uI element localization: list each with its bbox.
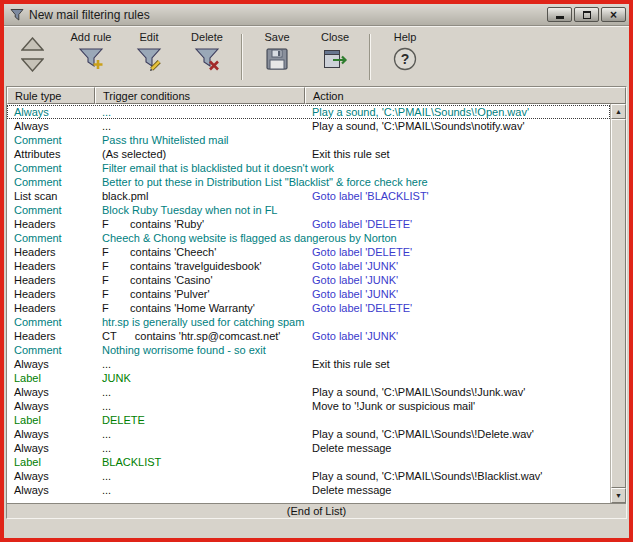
restore-button[interactable] [574,7,599,22]
rule-row[interactable]: HeadersCT contains 'htr.sp@comcast.net'G… [7,329,610,343]
rule-row[interactable]: LabelDELETE [7,413,610,427]
rule-row[interactable]: Always...Exit this rule set [7,357,610,371]
rule-type-cell: Comment [7,175,95,189]
action-cell [305,343,610,357]
exit-window-icon [322,46,348,72]
rule-row[interactable]: LabelJUNK [7,371,610,385]
trigger-conditions-cell: F contains 'travelguidesbook' [95,259,305,273]
close-icon: × [610,10,617,20]
rule-row[interactable]: Always...Play a sound, 'C:\PMAIL\Sounds\… [7,469,610,483]
rule-row[interactable]: Always...Play a sound, 'C:\PMAIL\Sounds\… [7,427,610,441]
trigger-conditions-cell: BLACKLIST [95,455,305,469]
trigger-conditions-cell: Nothing worrisome found - so exit [95,343,305,357]
add-rule-button[interactable]: Add rule [62,30,120,72]
action-cell: Play a sound, 'C:\PMAIL\Sounds\!Blacklis… [305,469,610,483]
rule-row[interactable]: HeadersF contains 'Pulver'Goto label 'JU… [7,287,610,301]
trigger-conditions-cell: F contains 'Cheech' [95,245,305,259]
rule-row[interactable]: HeadersF contains 'Casino'Goto label 'JU… [7,273,610,287]
move-rule-up-button[interactable] [21,37,44,51]
scroll-up-button[interactable]: ▲ [611,104,626,119]
rule-type-cell: Always [7,441,95,455]
action-cell [305,455,610,469]
action-cell [305,231,610,245]
mail-filtering-rules-window: New mail filtering rules × Add rule Edit [0,0,633,542]
floppy-disk-icon [264,46,290,72]
trigger-conditions-cell: ... [95,119,305,133]
rule-type-cell: Always [7,469,95,483]
rule-row[interactable]: HeadersF contains 'travelguidesbook'Goto… [7,259,610,273]
delete-rule-button[interactable]: Delete [178,30,236,72]
rule-type-cell: Always [7,483,95,497]
rule-type-cell: Always [7,357,95,371]
scrollbar-thumb[interactable] [611,119,626,488]
rule-row[interactable]: List scanblack.pmlGoto label 'BLACKLIST' [7,189,610,203]
svg-text:?: ? [401,51,410,67]
action-cell [305,203,610,217]
rule-row[interactable]: Always...Play a sound, 'C:\PMAIL\Sounds\… [7,105,610,119]
rule-row[interactable]: Always...Move to '!Junk or suspicious ma… [7,399,610,413]
rule-row[interactable]: CommentBetter to put these in Distributi… [7,175,610,189]
action-cell: Delete message [305,441,610,455]
rule-row[interactable]: Commenthtr.sp is generally used for catc… [7,315,610,329]
rule-type-cell: Headers [7,301,95,315]
funnel-icon [10,8,24,22]
trigger-conditions-cell: JUNK [95,371,305,385]
rule-row[interactable]: Always...Delete message [7,441,610,455]
rule-row[interactable]: LabelBLACKLIST [7,455,610,469]
scroll-down-button[interactable]: ▼ [611,488,626,503]
vertical-scrollbar[interactable]: ▲ ▼ [610,104,626,503]
rule-row[interactable]: Always...Delete message [7,483,610,497]
action-cell [305,133,610,147]
action-cell: Goto label 'JUNK' [305,273,610,287]
funnel-edit-icon [136,46,162,72]
column-header-action[interactable]: Action [305,87,626,104]
save-button[interactable]: Save [248,30,306,72]
title-bar[interactable]: New mail filtering rules × [4,4,629,26]
funnel-add-icon [78,46,104,72]
close-button[interactable]: × [601,7,626,22]
trigger-conditions-cell: Pass thru Whitelisted mail [95,133,305,147]
action-cell: Goto label 'DELETE' [305,245,610,259]
help-button[interactable]: Help ? [376,30,434,72]
rule-type-cell: Label [7,371,95,385]
rule-row[interactable]: CommentPass thru Whitelisted mail [7,133,610,147]
rule-row[interactable]: HeadersF contains 'Home Warranty'Goto la… [7,301,610,315]
column-header-rule-type[interactable]: Rule type [7,87,95,104]
trigger-conditions-cell: ... [95,469,305,483]
rule-row[interactable]: HeadersF contains 'Cheech'Goto label 'DE… [7,245,610,259]
trigger-conditions-cell: F contains 'Pulver' [95,287,305,301]
minimize-button[interactable] [547,7,572,22]
action-cell: Play a sound, 'C:\PMAIL\Sounds\!Open.wav… [305,105,610,119]
help-label: Help [394,31,417,44]
rule-row[interactable]: CommentFilter email that is blacklisted … [7,161,610,175]
toolbar: Add rule Edit Delete Save Close [4,26,629,86]
rule-type-cell: Always [7,427,95,441]
rule-row[interactable]: CommentNothing worrisome found - so exit [7,343,610,357]
trigger-conditions-cell: ... [95,427,305,441]
rule-row[interactable]: Always...Play a sound, 'C:\PMAIL\Sounds\… [7,385,610,399]
close-rules-label: Close [321,31,349,44]
trigger-conditions-cell: ... [95,105,305,119]
action-cell: Play a sound, 'C:\PMAIL\Sounds\!Delete.w… [305,427,610,441]
close-rules-button[interactable]: Close [306,30,364,72]
trigger-conditions-cell: (As selected) [95,147,305,161]
rule-row[interactable]: HeadersF contains 'Ruby'Goto label 'DELE… [7,217,610,231]
window-controls: × [547,7,626,22]
trigger-conditions-cell: Better to put these in Distribution List… [95,175,305,189]
action-cell: Goto label 'DELETE' [305,301,610,315]
trigger-conditions-cell: ... [95,385,305,399]
action-cell [305,371,610,385]
rule-row[interactable]: CommentBlock Ruby Tuesday when not in FL [7,203,610,217]
add-rule-label: Add rule [71,31,112,44]
column-header-trigger-conditions[interactable]: Trigger conditions [95,87,305,104]
rule-row[interactable]: CommentCheech & Chong website is flagged… [7,231,610,245]
action-cell: Goto label 'JUNK' [305,287,610,301]
trigger-conditions-cell: CT contains 'htr.sp@comcast.net' [95,329,305,343]
edit-rule-button[interactable]: Edit [120,30,178,72]
end-of-list-row: (End of List) [7,503,626,518]
move-rule-down-button[interactable] [21,58,44,72]
action-cell [305,175,610,189]
action-cell [305,315,610,329]
rule-row[interactable]: Attributes(As selected)Exit this rule se… [7,147,610,161]
rule-row[interactable]: Always...Play a sound, 'C:\PMAIL\Sounds\… [7,119,610,133]
